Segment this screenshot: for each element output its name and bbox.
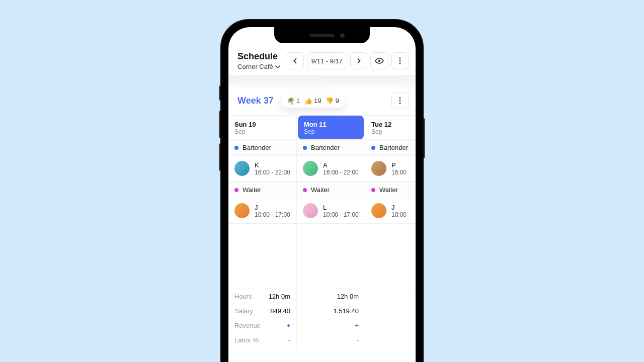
shift-card[interactable]: L10:00 - 17:00 [297,198,365,224]
role-color-dot [234,146,238,150]
thumbs-down-icon: 👎 [326,97,334,105]
employee-initial: L [323,204,359,211]
stat-row-revenue: + [297,318,365,333]
role-color-dot [371,188,375,192]
arrow-right-icon [356,58,362,64]
add-revenue-button[interactable]: + [286,322,290,329]
week-more-button[interactable] [391,92,409,109]
employee-initial: K [255,161,290,169]
svg-point-2 [399,60,401,62]
stat-value: 1,519.40 [333,307,359,315]
stat-row-labor: - [297,333,365,347]
stat-row-revenue: Revenue+ [228,318,296,333]
palm-icon: 🌴 [287,97,295,105]
role-color-dot [303,146,307,150]
day-month: Sep [304,128,358,135]
reactions-pill[interactable]: 🌴1 👍19 👎9 [281,94,345,108]
employee-initial: A [323,161,359,169]
shift-card[interactable]: J10:00 - 17:00 [228,198,296,224]
stat-row-hours: Hours12h 0m [228,289,296,304]
day-title: Mon 11 [304,121,358,128]
day-column: Sun 10SepBartenderK16:00 - 22:00WaiterJ1… [228,116,297,347]
shift-card[interactable]: J10:00 [365,198,416,224]
screen: Schedule Corner Café 9/11 - 9/17 [228,27,416,362]
day-title: Sun 10 [234,121,290,128]
role-name: Waiter [243,186,261,194]
shift-time: 10:00 - 17:00 [255,211,290,218]
employee-initial: P [391,161,407,169]
day-month: Sep [234,128,290,135]
stat-row-hours: 12h 0m [297,289,365,304]
stat-row-labor: Labor %- [228,333,296,347]
stat-value: - [288,336,290,344]
more-button[interactable] [391,52,409,69]
day-header[interactable]: Tue 12Sep [365,116,416,139]
day-month: Sep [371,128,416,135]
role-color-dot [371,146,375,150]
stat-row-salary [365,296,416,303]
svg-point-0 [378,60,380,62]
day-title: Tue 12 [371,121,416,128]
stat-row-salary: 1,519.40 [297,304,365,318]
dots-vertical-icon [399,97,401,104]
avatar [234,161,250,176]
svg-point-6 [399,103,401,104]
arrow-left-icon [292,58,298,64]
stat-value: 849.40 [270,307,290,315]
role-name: Bartender [311,144,340,151]
role-header: Bartender [365,139,416,156]
svg-point-4 [399,98,401,99]
role-name: Bartender [379,144,408,151]
role-header: Waiter [228,182,296,198]
day-columns[interactable]: Sun 10SepBartenderK16:00 - 22:00WaiterJ1… [228,115,416,347]
employee-initial: J [255,204,290,211]
phone-frame: Schedule Corner Café 9/11 - 9/17 [221,20,423,362]
stat-label: Revenue [234,322,261,329]
stat-label: Labor % [234,336,259,344]
next-week-button[interactable] [350,52,367,69]
role-header: Waiter [365,182,416,198]
stat-value: - [357,336,359,344]
role-name: Waiter [379,186,398,194]
day-header[interactable]: Mon 11Sep [298,116,364,139]
location-name: Corner Café [237,63,273,70]
visibility-button[interactable] [370,52,388,69]
dots-vertical-icon [399,57,401,64]
shift-time: 10:00 [391,211,407,218]
shift-card[interactable]: A16:00 - 22:00 [297,156,365,182]
stat-row-salary: Salary849.40 [228,304,296,318]
avatar [234,203,250,218]
shift-time: 16:00 - 22:00 [323,169,359,176]
stat-row-labor [365,310,416,317]
stat-label: Hours [234,293,252,300]
role-name: Bartender [243,144,271,151]
employee-initial: J [391,204,407,211]
svg-point-3 [399,63,401,64]
add-revenue-button[interactable]: + [355,322,359,329]
avatar [303,161,318,176]
prev-week-button[interactable] [287,52,304,69]
shift-card[interactable]: P16:00 [365,156,416,182]
day-header[interactable]: Sun 10Sep [228,116,296,139]
shift-time: 10:00 - 17:00 [323,211,359,218]
role-name: Waiter [311,186,330,194]
day-column: Tue 12SepBartenderP16:00WaiterJ10:00 [365,116,416,347]
svg-point-1 [399,58,401,59]
stat-value: 12h 0m [337,293,359,300]
location-selector[interactable]: Corner Café [237,63,280,70]
date-range[interactable]: 9/11 - 9/17 [307,52,347,69]
stat-value: 12h 0m [269,293,290,300]
week-bar: Week 37 🌴1 👍19 👎9 [228,87,416,115]
avatar [371,161,386,176]
stat-row-hours [365,289,416,296]
role-color-dot [303,188,307,192]
avatar [303,203,318,218]
role-header: Bartender [228,139,296,156]
thumbs-up-icon: 👍 [304,97,312,105]
shift-card[interactable]: K16:00 - 22:00 [228,156,296,182]
role-color-dot [234,188,238,192]
stat-label: Salary [234,307,253,315]
avatar [371,203,386,218]
day-column: Mon 11SepBartenderA16:00 - 22:00WaiterL1… [297,116,365,347]
svg-point-5 [399,100,401,102]
